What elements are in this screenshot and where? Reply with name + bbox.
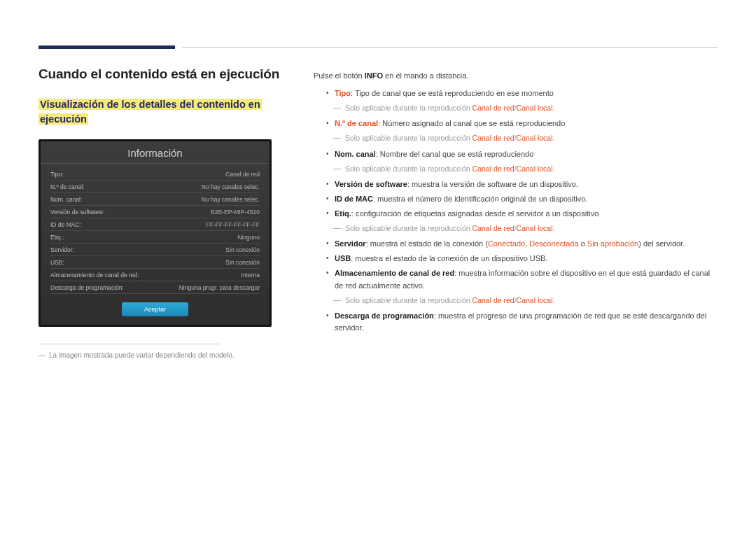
item-nomcanal: Nom. canal: Nombre del canal que se está… — [314, 148, 718, 160]
info-row: N.º de canal:No hay canales selec. — [50, 181, 260, 193]
info-row: Versión de software:B2B-EP-MIP-4510 — [50, 206, 260, 218]
info-row-label: Servidor: — [50, 246, 74, 253]
page-title: Cuando el contenido está en ejecución — [38, 66, 294, 82]
info-row-label: Almacenamiento de canal de red: — [50, 272, 139, 279]
info-row-label: ID de MAC: — [50, 221, 81, 228]
info-row-value: Interna — [241, 272, 260, 279]
info-row-value: Sin conexión — [225, 246, 260, 253]
info-row: Etiq.:Ninguno — [50, 231, 260, 244]
info-row-value: Ninguno — [237, 234, 260, 241]
info-row-value: Ninguna progr. para descargar — [179, 284, 260, 291]
sub-applicable: Solo aplicable durante la reproducción C… — [314, 223, 718, 234]
info-row: Almacenamiento de canal de red:Interna — [50, 269, 260, 281]
info-panel-body: Tipo:Canal de redN.º de canal:No hay can… — [41, 164, 270, 294]
item-descarga: Descarga de programación: muestra el pro… — [314, 310, 718, 334]
info-row-label: N.º de canal: — [50, 183, 84, 190]
accept-button[interactable]: Aceptar — [122, 302, 188, 316]
info-panel-title: Información — [41, 141, 270, 164]
info-row: Tipo:Canal de red — [50, 168, 260, 181]
sub-applicable: Solo aplicable durante la reproducción C… — [314, 102, 718, 113]
item-ncanal: N.º de canal: Número asignado al canal q… — [314, 118, 718, 129]
info-row-label: Nom. canal: — [50, 196, 82, 203]
info-row: Descarga de programación:Ninguna progr. … — [50, 281, 260, 294]
highlighted-line-1: Visualización de los detalles del conten… — [38, 99, 262, 110]
item-almacenamiento: Almacenamiento de canal de red: muestra … — [314, 267, 718, 291]
item-servidor: Servidor: muestra el estado de la conexi… — [314, 238, 718, 250]
info-row: Nom. canal:No hay canales selec. — [50, 193, 260, 206]
info-row-value: Sin conexión — [225, 259, 260, 266]
intro-text: Pulse el botón INFO en el mando a distan… — [314, 70, 718, 82]
info-panel: Información Tipo:Canal de redN.º de cana… — [38, 139, 272, 327]
info-row-value: FF-FF-FF-FF-FF-FF — [206, 221, 260, 228]
header-rule — [182, 47, 718, 48]
info-row-value: No hay canales selec. — [202, 196, 260, 203]
item-tipo: Tipo: Tipo de canal que se está reproduc… — [314, 87, 718, 99]
item-etiq: Etiq.: configuración de etiquetas asigna… — [314, 208, 718, 220]
info-row-label: USB: — [50, 259, 64, 266]
info-row: USB:Sin conexión — [50, 256, 260, 269]
info-row-label: Tipo: — [50, 171, 64, 178]
item-version: Versión de software: muestra la versión … — [314, 178, 718, 190]
item-usb: USB: muestra el estado de la conexión de… — [314, 253, 718, 265]
info-row-label: Versión de software: — [50, 209, 104, 216]
info-row: Servidor:Sin conexión — [50, 244, 260, 256]
section-subtitle: Visualización de los detalles del conten… — [38, 97, 294, 127]
info-row: ID de MAC:FF-FF-FF-FF-FF-FF — [50, 218, 260, 231]
right-column: Pulse el botón INFO en el mando a distan… — [314, 70, 718, 337]
item-mac: ID de MAC: muestra el número de identifi… — [314, 193, 718, 205]
sub-applicable: Solo aplicable durante la reproducción C… — [314, 132, 718, 143]
header-accent-bar — [38, 45, 175, 49]
info-row-value: B2B-EP-MIP-4510 — [211, 209, 260, 216]
left-column: Cuando el contenido está en ejecución Vi… — [38, 66, 294, 359]
highlighted-line-2: ejecución — [38, 113, 88, 125]
info-row-value: No hay canales selec. — [202, 183, 260, 190]
sub-applicable: Solo aplicable durante la reproducción C… — [314, 163, 718, 174]
footnote: La imagen mostrada puede variar dependie… — [38, 351, 294, 359]
sub-applicable: Solo aplicable durante la reproducción C… — [314, 295, 718, 306]
info-row-label: Descarga de programación: — [50, 284, 124, 291]
footnote-rule — [38, 344, 220, 344]
info-row-label: Etiq.: — [50, 234, 64, 241]
info-row-value: Canal de red — [225, 171, 260, 178]
